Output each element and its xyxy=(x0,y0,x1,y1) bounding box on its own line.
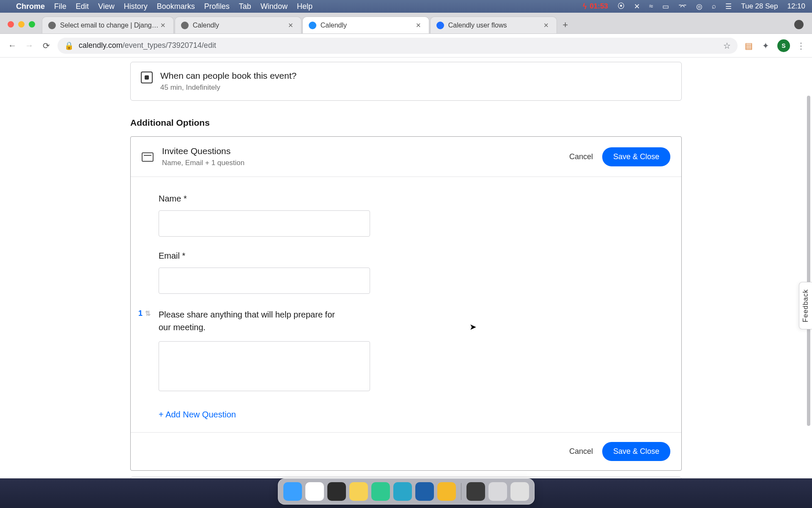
add-new-question-link[interactable]: + Add New Question xyxy=(159,410,236,420)
dock-app-10[interactable] xyxy=(488,482,507,501)
menu-file[interactable]: File xyxy=(54,2,66,11)
dock-app-notes[interactable] xyxy=(349,482,368,501)
battery-status[interactable]: ϟ 01:53 xyxy=(582,2,608,11)
window-close-button[interactable] xyxy=(8,21,14,28)
drag-handle-icon[interactable]: ⇅ xyxy=(145,309,151,318)
url-path: /event_types/73920714/edit xyxy=(123,41,216,50)
feedback-tab[interactable]: Feedback xyxy=(799,282,812,329)
spotlight-icon[interactable]: ⌕ xyxy=(712,2,716,11)
invitee-questions-title: Invitee Questions xyxy=(162,146,244,156)
page-flows-icon xyxy=(436,22,444,29)
window-controls xyxy=(8,21,35,28)
mouse-cursor-icon: ➤ xyxy=(469,322,477,332)
status-icon-3[interactable]: ≈ xyxy=(649,2,653,11)
tab-calendly-active[interactable]: Calendly ✕ xyxy=(302,17,429,33)
invitee-questions-body: Name * Email * 1 ⇅ Please share anything… xyxy=(131,177,681,432)
page-scrollbar[interactable] xyxy=(807,96,810,426)
status-icon-2[interactable]: ✕ xyxy=(634,2,640,11)
chrome-menu-icon[interactable]: ⋮ xyxy=(797,41,805,51)
form-icon xyxy=(142,152,154,162)
cancel-button[interactable]: Cancel xyxy=(569,152,593,161)
dock-app-7[interactable] xyxy=(415,482,434,501)
question-1-textarea[interactable] xyxy=(159,341,370,391)
tab-calendly-user-flows[interactable]: Calendly user flows ✕ xyxy=(430,17,557,33)
menu-history[interactable]: History xyxy=(124,2,148,11)
window-minimize-button[interactable] xyxy=(18,21,25,28)
dock-app-chrome[interactable] xyxy=(305,482,324,501)
menu-profiles[interactable]: Profiles xyxy=(204,2,230,11)
dock-app-8[interactable] xyxy=(437,482,456,501)
macos-menubar: Chrome File Edit View History Bookmarks … xyxy=(0,0,812,13)
chrome-tabstrip: Select email to change | Djang… ✕ Calend… xyxy=(0,13,812,34)
page-viewport: When can people book this event? 45 min,… xyxy=(0,58,812,508)
menu-help[interactable]: Help xyxy=(297,2,313,11)
tab-close-button[interactable]: ✕ xyxy=(286,20,295,31)
browser-toolbar: ← → ⟳ 🔒 calendly.com /event_types/739207… xyxy=(0,34,812,58)
question-number-handle[interactable]: 1 ⇅ xyxy=(138,309,151,318)
dock-app-9[interactable] xyxy=(466,482,485,501)
address-bar[interactable]: 🔒 calendly.com /event_types/73920714/edi… xyxy=(58,38,738,54)
siri-icon[interactable]: ☰ xyxy=(725,2,732,11)
menu-window[interactable]: Window xyxy=(261,2,288,11)
menubar-date[interactable]: Tue 28 Sep xyxy=(741,2,778,11)
booking-window-card[interactable]: When can people book this event? 45 min,… xyxy=(130,62,682,101)
battery-time: 01:53 xyxy=(590,2,608,11)
dock-app-terminal[interactable] xyxy=(327,482,346,501)
new-tab-button[interactable]: + xyxy=(558,17,573,33)
menu-view[interactable]: View xyxy=(98,2,115,11)
globe-icon xyxy=(181,22,189,29)
bookmark-star-icon[interactable]: ☆ xyxy=(723,41,731,51)
lock-icon[interactable]: 🔒 xyxy=(64,41,74,50)
back-button[interactable]: ← xyxy=(7,41,18,50)
save-and-close-button-footer[interactable]: Save & Close xyxy=(602,442,670,461)
email-field: Email * xyxy=(159,251,653,294)
battery-charging-icon: ϟ xyxy=(582,2,587,11)
tab-title: Select email to change | Djang… xyxy=(60,22,159,29)
menubar-time[interactable]: 12:10 xyxy=(787,2,805,11)
booking-card-subtitle: 45 min, Indefinitely xyxy=(160,83,296,92)
battery-icon[interactable]: ▭ xyxy=(662,2,669,11)
wifi-icon[interactable]: ⌤ xyxy=(678,2,687,11)
dock-trash[interactable] xyxy=(510,482,529,501)
tab-close-button[interactable]: ✕ xyxy=(542,20,551,31)
calendly-icon xyxy=(309,22,316,29)
invitee-questions-footer: Cancel Save & Close xyxy=(131,432,681,470)
extensions-menu-icon[interactable]: ✦ xyxy=(760,41,771,51)
save-and-close-button[interactable]: Save & Close xyxy=(602,147,670,166)
email-input[interactable] xyxy=(159,268,370,294)
email-label: Email * xyxy=(159,251,653,261)
question-1-field: 1 ⇅ Please share anything that will help… xyxy=(159,308,653,391)
forward-button[interactable]: → xyxy=(24,41,35,50)
name-field: Name * xyxy=(159,194,653,237)
name-input[interactable] xyxy=(159,210,370,237)
tab-close-button[interactable]: ✕ xyxy=(414,20,423,31)
question-number: 1 xyxy=(138,309,143,318)
menu-bookmarks[interactable]: Bookmarks xyxy=(157,2,195,11)
tab-title: Calendly xyxy=(321,22,414,29)
reload-button[interactable]: ⟳ xyxy=(41,41,52,51)
globe-icon xyxy=(48,22,56,29)
booking-card-title: When can people book this event? xyxy=(160,71,296,81)
invitee-questions-card: Invitee Questions Name, Email + 1 questi… xyxy=(130,136,682,471)
additional-options-heading: Additional Options xyxy=(130,118,682,128)
cancel-button-footer[interactable]: Cancel xyxy=(569,447,593,456)
profile-avatar[interactable]: S xyxy=(777,39,790,52)
menu-tab[interactable]: Tab xyxy=(239,2,251,11)
dock-app-6[interactable] xyxy=(393,482,412,501)
extension-icon[interactable]: ▤ xyxy=(743,41,754,51)
control-center-icon[interactable]: ◎ xyxy=(696,2,702,11)
invitee-questions-subtitle: Name, Email + 1 question xyxy=(162,159,244,167)
status-icon-1[interactable]: ⦿ xyxy=(617,2,625,11)
tab-calendly-1[interactable]: Calendly ✕ xyxy=(175,17,302,33)
calendar-dot-icon xyxy=(141,72,153,83)
window-zoom-button[interactable] xyxy=(29,21,35,28)
tab-close-button[interactable]: ✕ xyxy=(159,20,167,31)
dock-app-5[interactable] xyxy=(371,482,390,501)
app-menu[interactable]: Chrome xyxy=(16,2,45,11)
tab-title: Calendly xyxy=(193,22,286,29)
menu-edit[interactable]: Edit xyxy=(76,2,89,11)
tab-search-button[interactable] xyxy=(794,20,804,29)
dock-app-finder[interactable] xyxy=(283,482,302,501)
tab-django-admin[interactable]: Select email to change | Djang… ✕ xyxy=(42,17,174,33)
macos-dock xyxy=(278,478,535,505)
